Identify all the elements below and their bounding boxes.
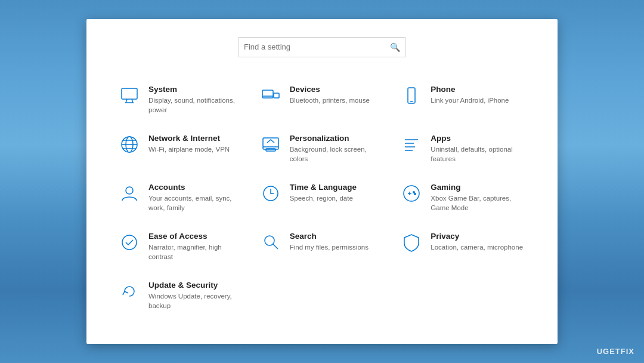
setting-desc-network: Wi-Fi, airplane mode, VPN <box>148 144 230 154</box>
settings-grid: System Display, sound, notifications, po… <box>110 75 534 321</box>
setting-title-personalization: Personalization <box>290 134 385 143</box>
svg-rect-5 <box>274 93 279 98</box>
setting-item-apps[interactable]: Apps Uninstall, defaults, optional featu… <box>392 124 534 173</box>
setting-title-apps: Apps <box>431 134 525 143</box>
setting-item-devices[interactable]: Devices Bluetooth, printers, mouse <box>252 75 393 124</box>
gaming-icon <box>401 184 422 203</box>
setting-desc-ease: Narrator, magnifier, high contrast <box>148 242 243 262</box>
search-bar-container: 🔍 <box>110 37 534 57</box>
svg-rect-4 <box>262 90 273 98</box>
setting-text-personalization: Personalization Background, lock screen,… <box>290 134 385 164</box>
setting-title-gaming: Gaming <box>431 183 525 192</box>
setting-desc-privacy: Location, camera, microphone <box>431 242 523 252</box>
setting-title-devices: Devices <box>290 85 370 94</box>
setting-title-accounts: Accounts <box>148 183 243 192</box>
setting-item-search[interactable]: Search Find my files, permissions <box>252 222 393 271</box>
setting-item-network[interactable]: Network & Internet Wi-Fi, airplane mode,… <box>110 124 252 173</box>
time-icon <box>260 184 281 203</box>
svg-rect-0 <box>122 88 137 99</box>
svg-point-26 <box>413 192 414 193</box>
update-icon <box>119 282 140 301</box>
setting-title-search: Search <box>290 232 369 241</box>
setting-text-time: Time & Language Speech, region, date <box>290 183 357 203</box>
setting-desc-accounts: Your accounts, email, sync, work, family <box>148 193 243 213</box>
setting-text-update: Update & Security Windows Update, recove… <box>148 281 243 310</box>
search-icon <box>260 233 281 252</box>
watermark: UGETFIX <box>597 347 634 356</box>
svg-point-27 <box>414 193 416 195</box>
setting-title-network: Network & Internet <box>148 134 230 143</box>
phone-icon <box>401 86 422 105</box>
setting-desc-phone: Link your Android, iPhone <box>431 96 509 105</box>
devices-icon <box>260 86 281 105</box>
setting-item-privacy[interactable]: Privacy Location, camera, microphone <box>392 222 534 271</box>
setting-item-update[interactable]: Update & Security Windows Update, recove… <box>110 271 252 320</box>
setting-text-ease: Ease of Access Narrator, magnifier, high… <box>148 232 243 262</box>
svg-point-21 <box>126 187 133 194</box>
setting-desc-gaming: Xbox Game Bar, captures, Game Mode <box>431 193 525 213</box>
svg-point-29 <box>265 236 274 245</box>
setting-item-accounts[interactable]: Accounts Your accounts, email, sync, wor… <box>110 173 252 222</box>
setting-item-personalization[interactable]: Personalization Background, lock screen,… <box>252 124 393 173</box>
setting-text-phone: Phone Link your Android, iPhone <box>431 85 509 105</box>
setting-desc-system: Display, sound, notifications, power <box>148 96 243 115</box>
setting-text-accounts: Accounts Your accounts, email, sync, wor… <box>148 183 243 213</box>
svg-point-28 <box>122 235 137 250</box>
system-icon <box>119 86 140 105</box>
setting-title-system: System <box>148 85 243 94</box>
setting-desc-personalization: Background, lock screen, colors <box>290 144 385 164</box>
search-icon: 🔍 <box>390 42 400 52</box>
setting-desc-apps: Uninstall, defaults, optional features <box>431 144 525 164</box>
setting-item-ease[interactable]: Ease of Access Narrator, magnifier, high… <box>110 222 252 271</box>
setting-text-apps: Apps Uninstall, defaults, optional featu… <box>431 134 525 164</box>
setting-desc-time: Speech, region, date <box>290 193 357 203</box>
setting-item-phone[interactable]: Phone Link your Android, iPhone <box>392 75 534 124</box>
svg-line-30 <box>273 244 278 249</box>
setting-title-time: Time & Language <box>290 183 357 192</box>
setting-text-search: Search Find my files, permissions <box>290 232 369 252</box>
setting-text-gaming: Gaming Xbox Game Bar, captures, Game Mod… <box>431 183 525 213</box>
apps-icon <box>401 135 422 154</box>
search-bar[interactable]: 🔍 <box>239 37 405 57</box>
accounts-icon <box>119 184 140 203</box>
setting-desc-devices: Bluetooth, printers, mouse <box>290 96 370 105</box>
setting-item-gaming[interactable]: Gaming Xbox Game Bar, captures, Game Mod… <box>392 173 534 222</box>
setting-text-network: Network & Internet Wi-Fi, airplane mode,… <box>148 134 230 154</box>
setting-text-privacy: Privacy Location, camera, microphone <box>431 232 523 252</box>
network-icon <box>119 135 140 154</box>
setting-title-update: Update & Security <box>148 281 243 290</box>
setting-item-time[interactable]: Time & Language Speech, region, date <box>252 173 393 222</box>
setting-item-system[interactable]: System Display, sound, notifications, po… <box>110 75 252 124</box>
svg-line-2 <box>132 99 133 103</box>
ease-icon <box>119 233 140 252</box>
personalization-icon <box>260 135 281 154</box>
setting-text-devices: Devices Bluetooth, printers, mouse <box>290 85 370 105</box>
setting-desc-search: Find my files, permissions <box>290 242 369 252</box>
svg-rect-16 <box>266 149 275 151</box>
svg-rect-7 <box>408 88 415 103</box>
setting-title-phone: Phone <box>431 85 509 94</box>
settings-window: 🔍 System Display, sound, notifications, … <box>86 19 558 344</box>
setting-title-ease: Ease of Access <box>148 232 243 241</box>
search-input[interactable] <box>244 42 390 51</box>
setting-title-privacy: Privacy <box>431 232 523 241</box>
svg-line-1 <box>126 99 127 103</box>
privacy-icon <box>401 233 422 252</box>
setting-text-system: System Display, sound, notifications, po… <box>148 85 243 115</box>
setting-desc-update: Windows Update, recovery, backup <box>148 291 243 310</box>
